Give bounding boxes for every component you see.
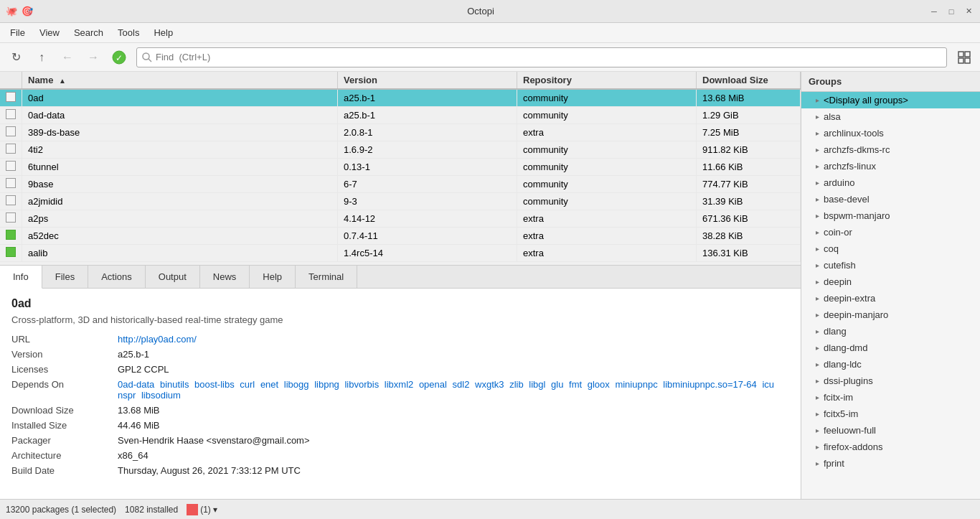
- dependency-link[interactable]: miniupnpc: [615, 379, 657, 390]
- group-item[interactable]: ▸archzfs-dkms-rc: [801, 141, 980, 158]
- menu-search[interactable]: Search: [67, 24, 110, 41]
- download-size-label: Download Size: [11, 405, 112, 416]
- dependency-link[interactable]: 0ad-data: [118, 379, 154, 390]
- group-item[interactable]: ▸bspwm-manjaro: [801, 207, 980, 224]
- dependency-link[interactable]: icu: [762, 379, 774, 390]
- dependency-link[interactable]: curl: [240, 379, 255, 390]
- tab-actions[interactable]: Actions: [88, 266, 146, 288]
- group-arrow-icon: ▸: [816, 410, 819, 418]
- table-row[interactable]: 4ti21.6.9-2community911.82 KiB: [0, 141, 801, 159]
- group-item[interactable]: ▸coin-or: [801, 224, 980, 240]
- dependency-link[interactable]: libgl: [529, 379, 545, 390]
- close-button[interactable]: ✕: [963, 6, 974, 17]
- search-input[interactable]: [156, 52, 942, 62]
- package-area: Name ▲ Version Repository Download Size: [0, 72, 801, 499]
- info-content: 0ad Cross-platform, 3D and historically-…: [0, 289, 801, 499]
- dependency-link[interactable]: glu: [551, 379, 563, 390]
- group-arrow-icon: ▸: [816, 377, 819, 385]
- tab-info[interactable]: Info: [0, 266, 42, 289]
- col-header-name[interactable]: Name ▲: [22, 72, 338, 89]
- svg-rect-5: [965, 52, 970, 57]
- group-arrow-icon: ▸: [816, 146, 819, 154]
- group-item[interactable]: ▸fcitx-im: [801, 389, 980, 406]
- dependency-link[interactable]: binutils: [160, 379, 189, 390]
- table-row[interactable]: 0ad-dataa25.b-1community1.29 GiB: [0, 107, 801, 124]
- table-row[interactable]: aalib1.4rc5-14extra136.31 KiB: [0, 245, 801, 262]
- table-row[interactable]: a2jmidid9-3community31.39 KiB: [0, 193, 801, 210]
- group-item[interactable]: ▸dssi-plugins: [801, 373, 980, 389]
- menu-view[interactable]: View: [32, 24, 67, 41]
- refresh-button[interactable]: ↻: [4, 46, 27, 69]
- dependency-link[interactable]: libogg: [284, 379, 309, 390]
- group-item[interactable]: ▸archlinux-tools: [801, 125, 980, 141]
- group-item[interactable]: ▸alsa: [801, 108, 980, 125]
- menu-tools[interactable]: Tools: [110, 24, 146, 41]
- group-item[interactable]: ▸cutefish: [801, 257, 980, 273]
- group-item[interactable]: ▸firefox-addons: [801, 439, 980, 455]
- installed-size-label: Installed Size: [11, 420, 112, 431]
- group-item[interactable]: ▸dlang-ldc: [801, 356, 980, 373]
- dependency-link[interactable]: enet: [260, 379, 278, 390]
- tab-output[interactable]: Output: [146, 266, 200, 288]
- row-repository: extra: [517, 228, 697, 245]
- col-header-version[interactable]: Version: [338, 72, 517, 89]
- group-item[interactable]: ▸arduino: [801, 174, 980, 191]
- dependency-link[interactable]: libminiupnpc.so=17-64: [663, 379, 756, 390]
- dependency-link[interactable]: gloox: [588, 379, 610, 390]
- group-item[interactable]: ▸fcitx5-im: [801, 406, 980, 422]
- group-item[interactable]: ▸dlang: [801, 323, 980, 340]
- table-row[interactable]: 389-ds-base2.0.8-1extra7.25 MiB: [0, 124, 801, 141]
- dependency-link[interactable]: zlib: [509, 379, 524, 390]
- group-item[interactable]: ▸coq: [801, 240, 980, 257]
- minimize-button[interactable]: ─: [928, 6, 940, 17]
- group-item[interactable]: ▸archzfs-linux: [801, 158, 980, 174]
- status-dropdown[interactable]: (1) ▾: [187, 504, 217, 515]
- up-button[interactable]: ↑: [30, 46, 53, 69]
- tab-files[interactable]: Files: [42, 266, 88, 288]
- checkbox-indicator: [6, 230, 16, 240]
- group-item[interactable]: ▸deepin: [801, 273, 980, 290]
- dependency-link[interactable]: wxgtk3: [475, 379, 504, 390]
- row-repository: community: [517, 107, 697, 124]
- table-row[interactable]: 6tunnel0.13-1community11.66 KiB: [0, 159, 801, 176]
- grid-view-button[interactable]: [953, 46, 976, 69]
- dependency-link[interactable]: libvorbis: [344, 379, 379, 390]
- row-checkbox: [0, 228, 22, 245]
- table-row[interactable]: 0ada25.b-1community13.68 MiB: [0, 89, 801, 107]
- col-header-checkbox[interactable]: [0, 72, 22, 89]
- dependency-link[interactable]: fmt: [569, 379, 582, 390]
- table-row[interactable]: a2ps4.14-12extra671.36 KiB: [0, 210, 801, 228]
- licenses-label: Licenses: [11, 364, 112, 375]
- group-item[interactable]: ▸feeluown-full: [801, 422, 980, 439]
- col-header-download-size[interactable]: Download Size: [697, 72, 801, 89]
- group-item[interactable]: ▸deepin-extra: [801, 290, 980, 307]
- dependency-link[interactable]: sdl2: [453, 379, 470, 390]
- dependency-link[interactable]: nspr: [118, 390, 136, 401]
- group-item[interactable]: ▸<Display all groups>: [801, 92, 980, 108]
- menu-file[interactable]: File: [3, 24, 32, 41]
- menu-help[interactable]: Help: [146, 24, 180, 41]
- group-item[interactable]: ▸base-devel: [801, 191, 980, 207]
- row-repository: community: [517, 193, 697, 210]
- table-row[interactable]: 9base6-7community774.77 KiB: [0, 176, 801, 193]
- checkbox-indicator: [6, 126, 16, 136]
- group-item[interactable]: ▸deepin-manjaro: [801, 307, 980, 323]
- dependency-link[interactable]: boost-libs: [194, 379, 235, 390]
- dependency-link[interactable]: libpng: [314, 379, 339, 390]
- dependency-link[interactable]: libsodium: [141, 390, 181, 401]
- undo-button[interactable]: ←: [56, 46, 79, 69]
- tab-news[interactable]: News: [200, 266, 250, 288]
- redo-button[interactable]: →: [82, 46, 105, 69]
- info-panel: Info Files Actions Output News Help Term…: [0, 266, 801, 499]
- table-row[interactable]: a52dec0.7.4-11extra38.28 KiB: [0, 228, 801, 245]
- tab-terminal[interactable]: Terminal: [296, 266, 357, 288]
- apply-button[interactable]: ✓: [108, 46, 131, 69]
- group-item[interactable]: ▸fprint: [801, 455, 980, 472]
- tab-help[interactable]: Help: [250, 266, 296, 288]
- group-item[interactable]: ▸dlang-dmd: [801, 340, 980, 356]
- dependency-link[interactable]: openal: [419, 379, 447, 390]
- url-link[interactable]: http://play0ad.com/: [118, 334, 197, 345]
- col-header-repository[interactable]: Repository: [517, 72, 697, 89]
- dependency-link[interactable]: libxml2: [385, 379, 413, 390]
- maximize-button[interactable]: □: [946, 6, 957, 17]
